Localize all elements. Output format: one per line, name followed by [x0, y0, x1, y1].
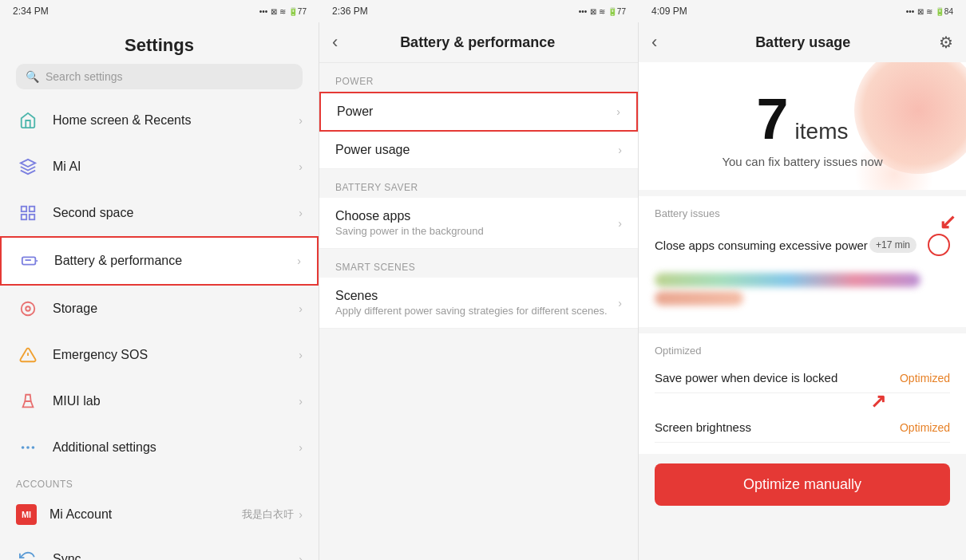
power-usage-item[interactable]: Power usage › — [319, 132, 638, 169]
back-button[interactable]: ‹ — [332, 32, 338, 53]
sidebar-item-miui-lab[interactable]: MIUI lab › — [0, 378, 319, 424]
choose-apps-content: Choose apps Saving power in the backgrou… — [335, 209, 618, 237]
issue-row: Close apps consuming excessive power +17… — [655, 227, 950, 262]
account-value: 我是白衣吁 — [242, 507, 294, 522]
issue-text: Close apps consuming excessive power — [655, 237, 869, 254]
panel3-header: ‹ Battery usage ⚙ — [639, 22, 966, 62]
signal-icons-3: ⊠ ≋ 🔋84 — [917, 7, 953, 16]
scenes-content: Scenes Apply different power saving stra… — [335, 289, 618, 317]
sidebar-item-label: Storage — [53, 302, 299, 316]
choose-apps-item[interactable]: Choose apps Saving power in the backgrou… — [319, 198, 638, 249]
signal-dots-2: ••• — [579, 7, 588, 16]
blur-bar-1 — [655, 273, 920, 287]
panel2-title: Battery & performance — [347, 34, 608, 51]
more-icon — [16, 436, 40, 459]
sidebar-item-sync[interactable]: Sync › — [0, 536, 319, 560]
power-usage-title: Power usage — [335, 143, 618, 157]
signal-icons-1: ⊠ ≋ 🔋77 — [271, 7, 307, 16]
lab-icon — [16, 389, 40, 413]
optimized-section: Optimized Save power when device is lock… — [639, 333, 966, 454]
chevron-icon: › — [299, 114, 303, 127]
sidebar-item-label: Home screen & Recents — [53, 113, 299, 128]
scenes-item[interactable]: Scenes Apply different power saving stra… — [319, 278, 638, 329]
sidebar-item-label: Sync — [53, 552, 299, 560]
status-time-3: 4:09 PM — [651, 6, 687, 17]
screen-brightness-row: Screen brightness Optimized — [655, 412, 950, 443]
sync-icon — [16, 547, 40, 560]
sidebar-item-label: Mi AI — [53, 160, 299, 174]
chevron-icon: › — [299, 349, 303, 361]
settings-list: Home screen & Recents › Mi AI › — [0, 97, 319, 560]
save-power-status: Optimized — [900, 372, 950, 385]
power-usage-content: Power usage — [335, 143, 618, 157]
chevron-icon: › — [299, 207, 303, 219]
power-section-label: POWER — [319, 63, 638, 92]
chevron-icon: › — [299, 508, 303, 521]
sidebar-item-label: MIUI lab — [53, 394, 299, 408]
svg-point-10 — [26, 446, 30, 449]
search-bar[interactable]: 🔍 Search settings — [16, 64, 303, 89]
sidebar-item-storage[interactable]: Storage › — [0, 286, 319, 332]
hero-count: 7 items — [757, 86, 849, 152]
home-icon — [16, 108, 40, 132]
second-space-icon — [16, 201, 40, 225]
sidebar-item-label: Second space — [53, 206, 299, 220]
toggle-button[interactable] — [928, 234, 950, 256]
power-item-title: Power — [337, 105, 616, 119]
signal-dots-3: ••• — [906, 7, 915, 16]
sidebar-item-mi-account[interactable]: MI Mi Account 我是白衣吁 › — [0, 493, 319, 536]
blurred-bars — [655, 262, 950, 316]
sidebar-item-label: Mi Account — [49, 507, 242, 522]
svg-point-11 — [32, 446, 35, 449]
smart-scenes-label: SMART SCENES — [319, 249, 638, 278]
chevron-icon: › — [299, 553, 303, 560]
battery-settings-list: POWER Power › Power usage › BATTERY SAVE… — [319, 63, 638, 560]
status-time-2: 2:36 PM — [332, 6, 368, 17]
issue-badge: +17 min — [869, 237, 917, 253]
optimize-manually-button[interactable]: Optimize manually — [655, 463, 950, 506]
sidebar-item-battery[interactable]: Battery & performance › — [0, 236, 319, 286]
panel2-header: ‹ Battery & performance — [319, 22, 638, 63]
back-button-3[interactable]: ‹ — [651, 32, 657, 53]
screen-brightness-status: Optimized — [900, 421, 950, 434]
hero-items: items — [795, 119, 849, 144]
sidebar-item-mi-ai[interactable]: Mi AI › — [0, 144, 319, 190]
svg-rect-3 — [22, 215, 26, 219]
sidebar-item-emergency-sos[interactable]: Emergency SOS › — [0, 332, 319, 378]
chevron-icon: › — [299, 302, 303, 315]
search-placeholder: Search settings — [46, 70, 123, 83]
battery-saver-section-label: BATTERY SAVER — [319, 169, 638, 198]
signal-icons-2: ⊠ ≋ 🔋77 — [590, 7, 626, 16]
mi-ai-icon — [16, 155, 40, 179]
sidebar-item-label: Battery & performance — [54, 254, 297, 268]
sidebar-item-additional[interactable]: Additional settings › — [0, 424, 319, 471]
optimized-label: Optimized — [655, 345, 950, 357]
sidebar-item-label: Additional settings — [53, 440, 299, 455]
battery-issues-section: Battery issues Close apps consuming exce… — [639, 196, 966, 327]
sos-icon — [16, 343, 40, 367]
settings-panel: Settings 🔍 Search settings Home screen &… — [0, 22, 319, 560]
sidebar-item-home-screen[interactable]: Home screen & Recents › — [0, 97, 319, 144]
chevron-icon: › — [616, 105, 620, 118]
svg-rect-0 — [22, 207, 26, 211]
battery-icon — [18, 249, 42, 273]
sidebar-item-label: Emergency SOS — [53, 348, 299, 362]
storage-icon — [16, 297, 40, 321]
chevron-icon: › — [299, 441, 303, 454]
svg-point-5 — [22, 302, 35, 316]
power-item[interactable]: Power › — [319, 92, 638, 132]
sidebar-item-second-space[interactable]: Second space › — [0, 190, 319, 236]
choose-apps-sub: Saving power in the background — [335, 225, 618, 237]
issues-label: Battery issues — [655, 207, 950, 219]
status-time-1: 2:34 PM — [13, 6, 49, 17]
battery-performance-panel: ‹ Battery & performance POWER Power › Po… — [319, 22, 639, 560]
gear-icon[interactable]: ⚙ — [939, 33, 953, 52]
svg-point-9 — [22, 446, 25, 449]
power-item-content: Power — [337, 105, 616, 119]
blur-bar-2 — [655, 291, 743, 306]
chevron-icon: › — [299, 160, 303, 173]
chevron-icon: › — [618, 297, 622, 310]
choose-apps-title: Choose apps — [335, 209, 618, 223]
mi-account-icon: MI — [16, 504, 37, 525]
save-power-row: Save power when device is locked Optimiz… — [655, 363, 950, 393]
